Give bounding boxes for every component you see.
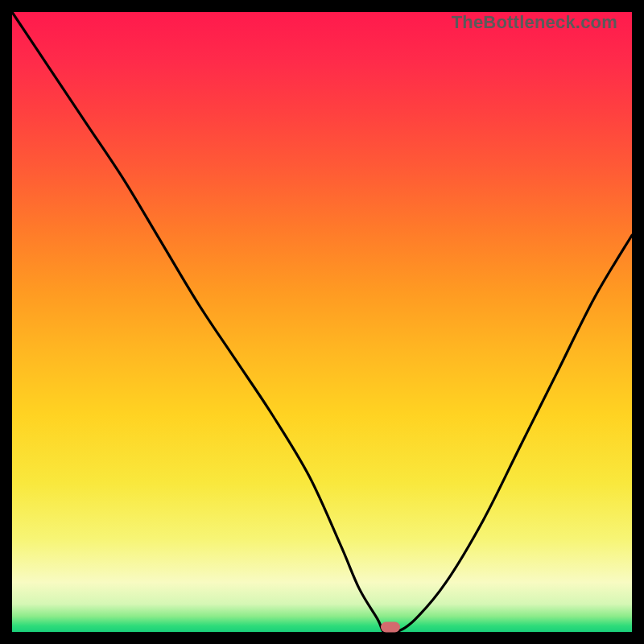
optimal-marker	[381, 622, 400, 633]
curve-path	[12, 12, 632, 632]
plot-area: TheBottleneck.com	[12, 12, 632, 632]
bottleneck-curve	[12, 12, 632, 632]
chart-frame: TheBottleneck.com	[0, 0, 644, 644]
